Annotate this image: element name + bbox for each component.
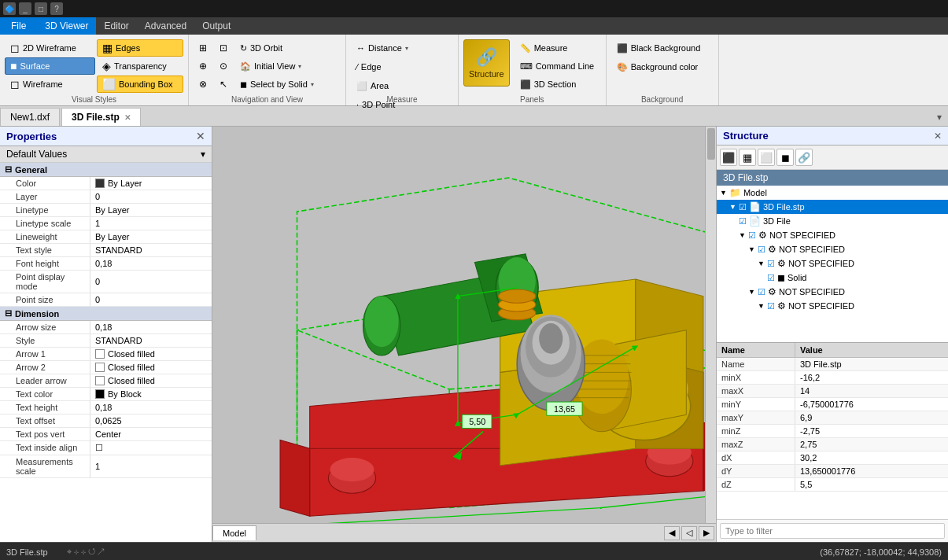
btn-nav-view3[interactable]: ⊕ [194,57,212,75]
struct-tb-btn-4[interactable]: ◼ [776,149,794,166]
btn-2d-wireframe[interactable]: ◻ 2D Wireframe [5,39,95,57]
structure-header: Structure ✕ [717,127,948,146]
btn-surface[interactable]: ■ Surface [5,57,95,75]
props-row-text-inside-align: Text inside align ☐ [0,441,212,455]
btn-area[interactable]: ⬜ Area [351,77,453,94]
tree-item-notspec-4[interactable]: ▼ ☑ ⚙ NOT SPECIFIED [717,285,948,299]
btn-select-solid[interactable]: ◼ Select by Solid ▾ [234,76,329,93]
btn-command-line[interactable]: ⌨ Command Line [515,57,601,75]
viewport-bottom-bar: Model ◀ ◁ ▶ [212,523,716,542]
menu-output[interactable]: Output [194,17,238,35]
sp-key-dy: dY [717,465,795,477]
visual-styles-label: Visual Styles [0,95,188,104]
props-key-point-display: Point display mode [0,271,90,293]
struct-tb-btn-5[interactable]: 🔗 [795,149,813,166]
menu-advanced[interactable]: Advanced [137,17,194,35]
nav2-icon: ⊡ [219,42,227,53]
ribbon-group-nav: ⊞ ⊡ ⊕ ⊙ [189,35,346,105]
btn-edge[interactable]: ∕ Edge [351,58,453,76]
sp-val-maxx: 14 [795,385,948,397]
btn-3d-orbit[interactable]: ↻ 3D Orbit [234,39,329,57]
btn-transparency[interactable]: ◈ Transparency [97,57,183,75]
viewport-scroll-right[interactable]: ▶ [699,526,714,540]
btn-measure-panel[interactable]: 📏 Measure [515,39,601,57]
btn-structure-big[interactable]: 🔗 Structure [463,39,510,87]
nav5-icon: ⊗ [199,79,207,90]
props-sub-arrow[interactable]: ▾ [201,149,205,160]
sp-key-miny: minY [717,398,795,411]
struct-tb-btn-1[interactable]: ⬛ [720,149,737,166]
props-key-text-pos-vert: Text pos vert [0,428,90,440]
maximize-icon[interactable]: □ [35,2,47,15]
props-key-measurements-scale: Measurements scale [0,455,90,477]
tree-folder-icon: 📁 [729,187,741,198]
distance-dropdown[interactable]: ▾ [405,45,408,52]
props-section-general[interactable]: ⊟ General [0,163,212,177]
btn-black-bg[interactable]: ⬛ Black Background [611,39,714,57]
ribbon-group-visual-styles: ◻ 2D Wireframe ■ Surface ◻ Wireframe ▦ [0,35,189,105]
tree-check-notspec1: ☑ [748,230,756,241]
btn-3d-section[interactable]: ⬛ 3D Section [515,76,601,93]
color-swatch [95,179,105,188]
tree-item-notspec-2[interactable]: ▼ ☑ ⚙ NOT SPECIFIED [717,242,948,256]
tab-overflow-chevron[interactable]: ▾ [931,109,948,126]
menu-3dviewer[interactable]: 3D Viewer [37,17,96,35]
properties-panel: Properties ✕ Default Values ▾ ⊟ General … [0,127,212,542]
initial-view-dropdown[interactable]: ▾ [298,63,301,70]
props-val-style: STANDARD [90,334,212,347]
help-icon[interactable]: ? [50,2,63,15]
btn-nav-view2[interactable]: ⊡ [214,39,233,57]
tree-label-notspec4: NOT SPECIFIED [779,287,845,297]
viewport[interactable]: 5,50 13,65 30,20 [212,127,716,542]
minimize-icon[interactable]: _ [19,2,31,15]
tree-item-3dfile-stp[interactable]: ▼ ☑ 📄 3D File.stp [717,200,948,214]
viewport-collapse-btn[interactable]: ◁ [681,526,697,540]
props-val-font-height: 0,18 [90,257,212,270]
menu-file[interactable]: File [0,17,37,35]
btn-initial-view[interactable]: 🏠 Initial View ▾ [234,57,329,75]
tree-item-solid[interactable]: ☑ ◼ Solid [717,271,948,285]
btn-bg-color[interactable]: 🎨 Background color [611,58,714,76]
viewport-scrollbar-thumb[interactable] [707,128,715,160]
tree-label-solid: Solid [788,273,806,282]
properties-close-btn[interactable]: ✕ [196,130,205,142]
btn-nav-view4[interactable]: ⊙ [214,57,233,75]
structure-filename: 3D File.stp [717,170,948,186]
tree-item-notspec-3[interactable]: ▼ ☑ ⚙ NOT SPECIFIED [717,256,948,271]
menu-editor[interactable]: Editor [96,17,136,35]
panels-label: Panels [459,95,606,104]
tree-item-3dfile[interactable]: ☑ 📄 3D File [717,214,948,228]
btn-nav-cursor[interactable]: ↖ [214,76,233,93]
props-val-text-inside-align: ☐ [90,441,212,455]
sp-key-minz: minZ [717,425,795,437]
viewport-model-tab[interactable]: Model [212,525,256,540]
tree-item-notspec-1[interactable]: ▼ ☑ ⚙ NOT SPECIFIED [717,228,948,242]
select-solid-icon: ◼ [240,79,247,90]
btn-distance[interactable]: ↔ Distance ▾ [351,39,453,57]
btn-nav-view1[interactable]: ⊞ [194,39,212,57]
text-color-swatch [95,389,105,399]
props-key-text-style: Text style [0,244,90,256]
btn-bounding-box[interactable]: ⬜ Bounding Box [97,76,183,93]
edges-icon: ▦ [102,42,113,54]
tab-new1-dxf[interactable]: New1.dxf [0,108,60,126]
viewport-scroll-left[interactable]: ◀ [664,526,680,540]
svg-marker-9 [280,440,310,516]
btn-wireframe[interactable]: ◻ Wireframe [5,76,95,93]
structure-filter-input[interactable] [720,523,945,539]
props-row-lineweight: Lineweight By Layer [0,230,212,244]
props-section-dimension[interactable]: ⊟ Dimension [0,307,212,321]
struct-tb-btn-3[interactable]: ⬜ [758,149,775,166]
tab-close-icon[interactable]: ✕ [124,113,131,122]
select-solid-dropdown[interactable]: ▾ [311,81,314,88]
tree-item-notspec-5[interactable]: ▼ ☑ ⚙ NOT SPECIFIED [717,299,948,313]
viewport-scrollbar[interactable] [705,127,716,523]
structure-close-btn[interactable]: ✕ [934,131,942,142]
structure-title: Structure [723,130,769,142]
btn-nav-view5[interactable]: ⊗ [194,76,212,93]
tree-item-model[interactable]: ▼ 📁 Model [717,186,948,200]
struct-tb-btn-2[interactable]: ▦ [739,149,756,166]
tab-3d-file-stp[interactable]: 3D File.stp ✕ [61,108,141,126]
props-key-arrow2: Arrow 2 [0,361,90,374]
btn-edges[interactable]: ▦ Edges [97,39,183,57]
